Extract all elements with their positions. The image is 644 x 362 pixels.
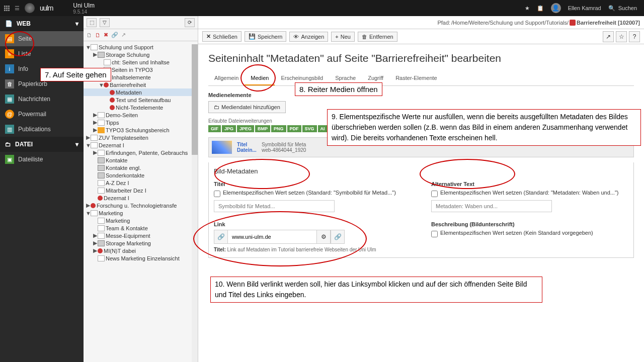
- tree-node[interactable]: Dezernat I: [84, 194, 198, 202]
- page-icon: ▤: [5, 34, 14, 43]
- info-icon: i: [5, 64, 14, 73]
- search-label[interactable]: Suchen: [618, 5, 637, 11]
- annotation-10: 10. Wenn Bild verlinkt werden soll, hier…: [210, 277, 542, 303]
- news-icon: ▦: [5, 95, 14, 104]
- view-button[interactable]: 👁Anzeigen: [289, 32, 328, 42]
- tree-node[interactable]: ▼Schulung und Support: [84, 43, 198, 51]
- tree-node[interactable]: ▶Storage Marketing: [84, 239, 198, 247]
- tree-node[interactable]: Nicht-Textelemente: [84, 104, 198, 111]
- filter-icon[interactable]: ▽: [100, 18, 110, 27]
- refresh-icon[interactable]: ⟳: [185, 18, 195, 27]
- avatar[interactable]: 👤: [551, 3, 561, 13]
- new-page-icon[interactable]: 🗋: [87, 32, 92, 38]
- new-page-del-icon[interactable]: ✖: [104, 32, 108, 38]
- close-button[interactable]: ✕Schließen: [202, 31, 242, 42]
- checkbox-titel[interactable]: [214, 191, 220, 197]
- new-button[interactable]: +Neu: [331, 32, 355, 42]
- tree-node[interactable]: ▼Barrierefreiheit: [84, 81, 198, 88]
- ext-icon[interactable]: ↗: [121, 32, 126, 38]
- tree-node[interactable]: Kontakte: [84, 156, 198, 164]
- topbar: ☰ uulm Uni Ulm 9.5.14 ★ 📋 👤 Ellen Kamrad…: [0, 0, 644, 16]
- list-icon: ≡: [5, 49, 14, 58]
- tree-node[interactable]: ▶MI(N)T dabei: [84, 247, 198, 254]
- checkbox-alt[interactable]: [431, 191, 438, 197]
- tabs: Allgemein Medien Erscheinungsbild Sprach…: [208, 71, 634, 86]
- tree-node[interactable]: Sonderkontakte: [84, 171, 198, 179]
- tree-node[interactable]: A-Z Dez I: [84, 179, 198, 187]
- tree-node[interactable]: ▶Forschung u. Technologietransfe: [84, 202, 198, 209]
- star-icon[interactable]: ☆: [616, 31, 627, 42]
- list-icon[interactable]: ☰: [15, 5, 20, 12]
- tree-node[interactable]: ▼Dezernat I: [84, 141, 198, 149]
- label-link: Link: [214, 221, 411, 227]
- tree-node[interactable]: cht: Seiten und Inhaltse: [84, 58, 198, 66]
- sidebar-item-powermail[interactable]: @Powermail: [0, 107, 84, 122]
- tree-node[interactable]: ▶Storage Schulung: [84, 51, 198, 58]
- tab-raster[interactable]: Raster-Elemente: [389, 71, 443, 85]
- sidebar-item-liste[interactable]: ≡Liste: [0, 46, 84, 61]
- bookmark-icon[interactable]: ★: [525, 5, 530, 12]
- tree-node[interactable]: ▶TYPO3 Schulungsbereich: [84, 126, 198, 134]
- annotation-7: 7. Auf Seite gehen: [40, 68, 111, 81]
- apps-icon[interactable]: [4, 6, 10, 11]
- link-title-text: Titel: Link auf Metadaten im Tutorial ba…: [214, 247, 411, 252]
- link-wizard-icon[interactable]: ⚙: [316, 230, 331, 244]
- pub-icon: ▥: [5, 125, 14, 134]
- logo-text: uulm: [40, 4, 53, 12]
- tree-node[interactable]: Text und Seitenaufbau: [84, 96, 198, 104]
- tree-node[interactable]: Kontakte engl.: [84, 164, 198, 171]
- powermail-icon: @: [5, 110, 14, 119]
- page-title: Seiteninhalt "Metadaten" auf Seite "Barr…: [208, 52, 634, 64]
- input-alt[interactable]: [431, 200, 552, 212]
- label-titel: Titel: [214, 181, 411, 187]
- thumbnail: [212, 141, 232, 154]
- tree-btn-1[interactable]: ⬚: [87, 18, 97, 27]
- sidebar-item-dateiliste[interactable]: ▣Dateiliste: [0, 152, 84, 167]
- tab-allgemein[interactable]: Allgemein: [208, 71, 245, 85]
- filelist-icon: ▣: [5, 155, 14, 164]
- tree-node[interactable]: ▶Erfindungen, Patente, Gebrauchs: [84, 149, 198, 156]
- input-link[interactable]: [228, 230, 316, 244]
- sidebar-group-web[interactable]: 📄WEB▾: [0, 16, 84, 31]
- tree-node[interactable]: ▶Demo-Seiten: [84, 111, 198, 119]
- tree-node[interactable]: ▶ZUV Templateseiten: [84, 134, 198, 141]
- folder-icon: 🗀: [214, 104, 219, 110]
- site-name: Uni Ulm: [73, 2, 95, 9]
- checkbox-beschr[interactable]: [431, 231, 438, 237]
- sidebar-item-seite[interactable]: ▤Seite: [0, 31, 84, 46]
- tree-node[interactable]: ▶Tipps: [84, 119, 198, 126]
- save-button[interactable]: 💾Speichern: [245, 31, 287, 42]
- new-page-red-icon[interactable]: 🗋: [95, 32, 101, 38]
- label-alt: Alternativer Text: [431, 181, 628, 187]
- tree-node[interactable]: ▼Marketing: [84, 209, 198, 217]
- help-icon[interactable]: ?: [629, 31, 640, 42]
- tab-medien[interactable]: Medien: [245, 71, 275, 85]
- sidebar-item-publications[interactable]: ▥Publications: [0, 122, 84, 137]
- link-picker-icon[interactable]: 🔗: [331, 230, 345, 244]
- trash-icon: 🗑: [5, 79, 14, 88]
- remove-button[interactable]: 🗑Entfernen: [358, 32, 397, 42]
- annotation-8: 8. Reiter Medien öffnen: [295, 82, 382, 96]
- clipboard-icon[interactable]: 📋: [537, 5, 544, 12]
- logo-icon: [25, 3, 35, 13]
- annotation-9: 9. Elementspezifische Werte nur ausfülle…: [327, 109, 641, 146]
- section-media: Medienelemente: [208, 92, 634, 98]
- label-beschr: Beschreibung (Bildunterschrift): [431, 221, 628, 227]
- search-icon[interactable]: 🔍: [608, 5, 615, 12]
- tree-node[interactable]: Mitarbeiter Dez I: [84, 187, 198, 194]
- input-titel[interactable]: [214, 200, 335, 212]
- link-chain-icon: 🔗: [214, 230, 228, 244]
- breadcrumb: Pfad: /Home/Weitere/Schulung und Support…: [437, 20, 640, 26]
- tree-node[interactable]: ▶Messe-Equipment: [84, 232, 198, 239]
- link-small-icon[interactable]: 🔗: [111, 32, 118, 38]
- tree-node-metadaten[interactable]: Metadaten: [84, 88, 198, 96]
- tree-scrollbar[interactable]: [192, 44, 198, 362]
- external-icon[interactable]: ↗: [603, 31, 614, 42]
- tree-node[interactable]: Marketing: [84, 217, 198, 224]
- tree-node[interactable]: News Marketing Einzelansicht: [84, 254, 198, 262]
- sidebar-group-datei[interactable]: 🗀DATEI▾: [0, 137, 84, 152]
- user-name[interactable]: Ellen Kamrad: [568, 5, 601, 11]
- sidebar-item-nachrichten[interactable]: ▦Nachrichten: [0, 92, 84, 107]
- add-media-button[interactable]: 🗀Mediendatei hinzufügen: [208, 101, 286, 113]
- tree-node[interactable]: Team & Kontakte: [84, 224, 198, 232]
